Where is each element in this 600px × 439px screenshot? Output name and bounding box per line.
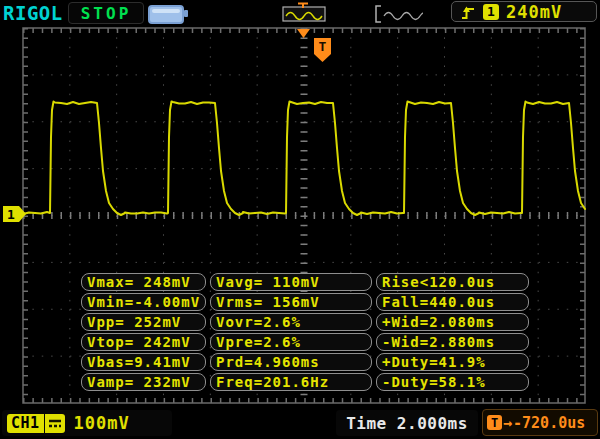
measurement-cell: Fall=440.0us (376, 293, 529, 311)
timebase-value: Time 2.000ms (346, 414, 468, 433)
measurement-cell: -Wid=2.880ms (376, 333, 529, 351)
measurement-cell: Vpre=2.6% (210, 333, 372, 351)
measurement-cell: Vovr=2.6% (210, 313, 372, 331)
measurement-cell: Rise<120.0us (376, 273, 529, 291)
channel1-status[interactable]: CH1 100mV (2, 410, 172, 436)
channel1-badge[interactable]: CH1 (7, 414, 44, 433)
rising-edge-icon (460, 3, 476, 21)
run-state-indicator[interactable]: STOP (68, 2, 144, 24)
timebase-readout[interactable]: Time 2.000ms (336, 410, 478, 436)
trigger-flag-label: T (319, 39, 327, 54)
trigger-readout[interactable]: 1 240mV (451, 1, 597, 22)
measurement-cell: Vrms= 156mV (210, 293, 372, 311)
trigger-flag-icon[interactable]: T (314, 38, 331, 62)
trigger-offset-value: -720.0us (513, 414, 585, 432)
horizontal-position-strip[interactable] (187, 2, 423, 24)
measurement-cell: -Duty=58.1% (376, 373, 529, 391)
measurement-cell: Freq=201.6Hz (210, 373, 372, 391)
measurement-cell: Vbas=9.41mV (81, 353, 206, 371)
coupling-icon (45, 414, 65, 433)
measurement-cell: Vmin=-4.00mV (81, 293, 206, 311)
measurement-cell: Vpp= 252mV (81, 313, 206, 331)
trigger-offset-t-icon: T (487, 415, 502, 430)
memory-wave-icon (384, 13, 423, 20)
measurement-cell: Vmax= 248mV (81, 273, 206, 291)
measurement-cell: Vavg= 110mV (210, 273, 372, 291)
battery-icon (148, 5, 184, 24)
trigger-offset-arrow-icon: → (503, 414, 512, 432)
trigger-position-icon[interactable] (297, 29, 310, 38)
trigger-level-value: 240mV (506, 2, 562, 22)
measurement-cell: Prd=4.960ms (210, 353, 372, 371)
measurement-cell: Vamp= 232mV (81, 373, 206, 391)
brand-logo: RIGOL (3, 2, 63, 24)
channel1-marker-label: 1 (7, 207, 15, 222)
run-state-label: STOP (81, 4, 132, 23)
measurement-cell: +Duty=41.9% (376, 353, 529, 371)
measurement-panel: Vmax= 248mVVavg= 110mVRise<120.0usVmin=-… (81, 273, 529, 391)
trigger-offset-readout[interactable]: T → -720.0us (482, 409, 598, 436)
vertical-scale-value: 100mV (74, 413, 130, 433)
trigger-source-badge: 1 (483, 4, 499, 20)
measurement-cell: +Wid=2.080ms (376, 313, 529, 331)
measurement-cell: Vtop= 242mV (81, 333, 206, 351)
